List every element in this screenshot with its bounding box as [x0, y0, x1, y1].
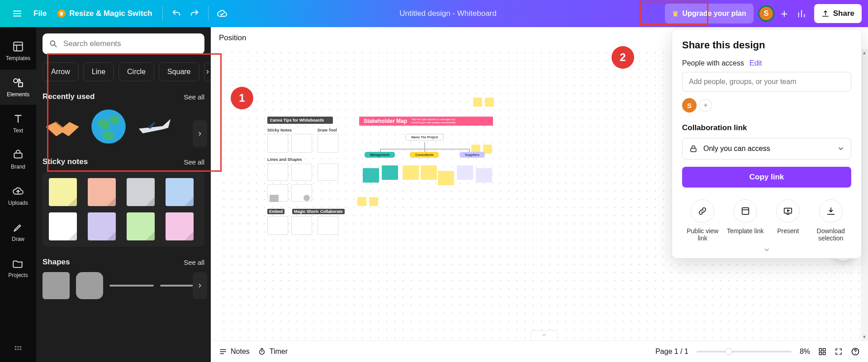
- uploads-icon: [12, 185, 24, 197]
- sticky-green[interactable]: [127, 212, 155, 240]
- user-avatar[interactable]: S: [758, 5, 774, 22]
- canvas-note[interactable]: [476, 168, 492, 183]
- upgrade-label: Upgrade your plan: [682, 9, 746, 18]
- sticky-lilac[interactable]: [88, 212, 116, 240]
- rail-templates[interactable]: Templates: [0, 33, 36, 69]
- rail-brand[interactable]: Brand: [0, 142, 36, 177]
- search-input[interactable]: [62, 39, 198, 49]
- see-all-sticky[interactable]: See all: [184, 158, 204, 166]
- sticky-pink[interactable]: [166, 212, 194, 240]
- redo-button[interactable]: [185, 5, 204, 23]
- canvas-note[interactable]: [403, 165, 419, 180]
- resize-magic-switch[interactable]: ♛ Resize & Magic Switch: [52, 5, 157, 23]
- recent-handshake[interactable]: [43, 107, 82, 146]
- share-opt-download[interactable]: Download selection: [811, 199, 852, 242]
- copy-link-button[interactable]: Copy link: [682, 167, 851, 188]
- canvas-sticky[interactable]: [485, 98, 494, 107]
- page-pull-handle[interactable]: [531, 330, 558, 338]
- chip-circle[interactable]: Circle: [119, 62, 154, 81]
- share-opt-public[interactable]: Public view link: [682, 199, 723, 242]
- canvas-note[interactable]: [421, 165, 437, 180]
- add-people-input[interactable]: [682, 72, 851, 92]
- zoom-slider[interactable]: [697, 351, 792, 353]
- search-elements[interactable]: [43, 33, 204, 54]
- tips-card: [291, 216, 312, 235]
- recent-globe[interactable]: [89, 107, 128, 146]
- add-collaborator-button[interactable]: +: [776, 5, 792, 22]
- position-button[interactable]: Position: [219, 33, 246, 42]
- pill-suppliers[interactable]: Suppliers: [460, 152, 485, 158]
- rail-uploads[interactable]: Uploads: [0, 178, 36, 213]
- chip-line[interactable]: Line: [83, 62, 114, 81]
- svg-point-6: [20, 346, 22, 348]
- projects-icon: [12, 258, 24, 269]
- shape-square[interactable]: [43, 272, 70, 299]
- undo-button[interactable]: [167, 5, 185, 23]
- chips-scroll-right[interactable]: [204, 62, 211, 81]
- fullscreen-button[interactable]: [835, 348, 843, 356]
- recent-scroll-right[interactable]: [193, 120, 207, 147]
- recent-airplane[interactable]: [135, 107, 175, 146]
- canvas-note[interactable]: [438, 171, 454, 185]
- stakeholder-banner: Stakeholder Map Tap the right experts to…: [359, 117, 493, 126]
- scroll-down-icon[interactable]: ▼: [861, 333, 868, 340]
- shapes-scroll-right[interactable]: [193, 272, 207, 299]
- project-name-pill[interactable]: Name The Project: [405, 134, 444, 141]
- help-button[interactable]: [851, 347, 860, 356]
- share-see-more[interactable]: [682, 246, 851, 254]
- zoom-thumb[interactable]: [725, 348, 732, 355]
- access-level-select[interactable]: Only you can access: [682, 138, 851, 160]
- template-icon: [740, 206, 750, 216]
- chip-square[interactable]: Square: [159, 62, 199, 81]
- document-title[interactable]: Untitled design - Whiteboard: [399, 9, 497, 18]
- grid-view-button[interactable]: [818, 348, 826, 356]
- file-menu[interactable]: File: [28, 5, 52, 23]
- grid-icon: [13, 344, 23, 354]
- cloud-sync-button[interactable]: [213, 5, 231, 23]
- rail-more-apps[interactable]: [0, 337, 36, 362]
- sticky-grey[interactable]: [127, 178, 155, 206]
- canvas-scrollbar[interactable]: ▲ ▼: [861, 49, 868, 340]
- menu-button[interactable]: [6, 3, 28, 24]
- rail-text[interactable]: Text: [0, 106, 36, 141]
- zoom-percent[interactable]: 8%: [800, 348, 810, 356]
- shape-rounded[interactable]: [76, 272, 103, 299]
- top-bar: File ♛ Resize & Magic Switch Untitled de…: [0, 0, 868, 27]
- tips-card: [267, 184, 288, 202]
- share-opt-present[interactable]: Present: [768, 199, 809, 242]
- canvas-note[interactable]: [457, 165, 473, 180]
- add-person-button[interactable]: +: [699, 99, 712, 112]
- share-user-avatar[interactable]: S: [682, 98, 697, 113]
- insights-button[interactable]: [792, 5, 811, 23]
- help-icon: [851, 347, 860, 356]
- notes-button[interactable]: Notes: [219, 348, 250, 356]
- pill-consultants[interactable]: Consultants: [410, 152, 439, 158]
- sticky-blue[interactable]: [166, 178, 194, 206]
- upgrade-button[interactable]: ♛ Upgrade your plan: [665, 4, 753, 24]
- rail-elements[interactable]: Elements: [0, 70, 36, 105]
- page-indicator[interactable]: Page 1 / 1: [655, 348, 688, 356]
- shape-line[interactable]: [109, 285, 154, 287]
- canvas-sticky[interactable]: [357, 197, 366, 206]
- see-all-recent[interactable]: See all: [184, 93, 204, 101]
- canvas-sticky[interactable]: [369, 197, 378, 206]
- canvas-sticky[interactable]: [473, 98, 482, 107]
- share-opt-template[interactable]: Template link: [725, 199, 766, 242]
- people-with-access-label: People with access: [682, 59, 744, 67]
- scroll-up-icon[interactable]: ▲: [861, 49, 868, 56]
- timer-button[interactable]: Timer: [258, 348, 288, 356]
- sticky-yellow[interactable]: [49, 178, 77, 206]
- edit-access[interactable]: Edit: [749, 59, 762, 67]
- canvas-note[interactable]: [363, 168, 379, 183]
- see-all-shapes[interactable]: See all: [184, 259, 204, 266]
- svg-point-10: [50, 41, 55, 45]
- pill-management[interactable]: Management: [365, 152, 395, 158]
- rail-draw[interactable]: Draw: [0, 214, 36, 249]
- share-button[interactable]: Share: [814, 4, 862, 23]
- canvas-note[interactable]: [382, 165, 398, 180]
- sticky-coral[interactable]: [88, 178, 116, 206]
- sticky-white[interactable]: [49, 212, 77, 240]
- chip-arrow[interactable]: Arrow: [43, 62, 79, 81]
- rail-projects[interactable]: Projects: [0, 250, 36, 286]
- people-with-access-row: People with access Edit: [682, 59, 851, 67]
